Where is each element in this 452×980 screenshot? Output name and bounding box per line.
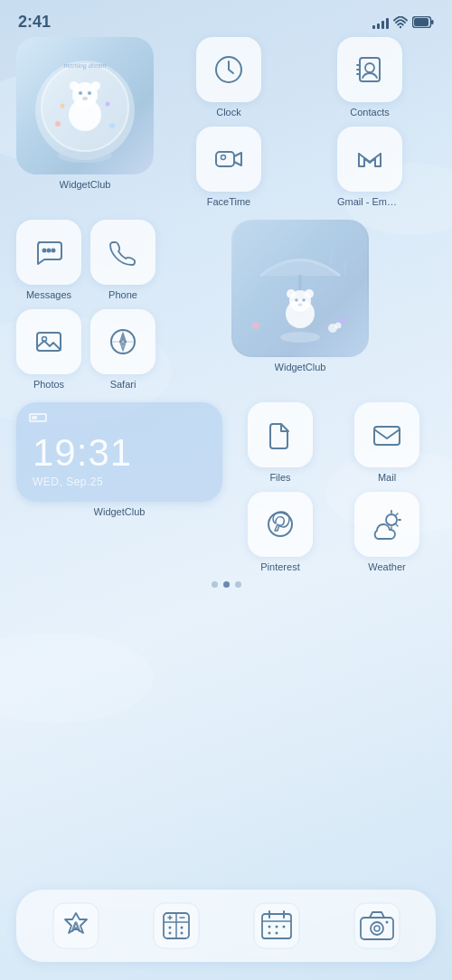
widgetclub-label-1: WidgetClub [60,179,111,190]
clock-widget-box: 19:31 WED, Sep.25 [16,402,222,502]
weather-svg [370,507,404,542]
camera-dock-icon[interactable] [353,902,400,949]
files-svg [263,418,297,452]
svg-point-84 [268,932,270,935]
photos-svg [32,325,66,359]
widgetclub-icon-1[interactable]: morning dream WidgetClub [16,37,154,190]
svg-point-45 [298,303,303,306]
svg-point-21 [365,63,374,72]
calendar-svg [253,902,300,949]
svg-point-73 [168,932,171,935]
svg-rect-55 [374,427,400,445]
photos-label: Photos [33,379,64,390]
svg-point-10 [91,81,100,90]
status-time: 2:41 [18,13,51,32]
widgetclub-art-2 [233,221,367,355]
svg-point-0 [400,25,401,27]
facetime-label: FaceTime [207,196,251,207]
pinterest-label: Pinterest [260,561,299,572]
pinterest-icon[interactable]: Pinterest [231,492,329,572]
svg-line-61 [396,514,398,515]
messages-icon-box [16,220,81,285]
clock-label: Clock [216,107,241,118]
battery-icon [412,16,434,28]
svg-point-11 [79,91,82,95]
clock-svg [212,52,246,87]
widgetclub-label-2: WidgetClub [275,362,326,372]
svg-point-83 [282,926,285,928]
mail-icon[interactable]: Mail [338,402,436,483]
calendar-dock-icon[interactable] [253,902,300,949]
pinterest-svg [263,507,297,542]
row-2: Messages Phone [16,220,436,390]
contacts-icon-box [337,37,402,102]
app-store-dock-icon[interactable]: A [52,902,99,949]
gmail-icon-box [337,127,402,192]
safari-label: Safari [110,379,137,390]
weather-icon[interactable]: Weather [338,492,436,572]
gmail-icon[interactable]: Gmail - Email M [304,127,436,207]
phone-icon-box [90,220,155,285]
contacts-icon[interactable]: Contacts [304,37,436,118]
safari-icon-box [90,309,155,374]
clock-icon-box [196,37,261,102]
calculator-dock-icon[interactable] [153,902,200,949]
page-dot-inactive [212,581,218,588]
facetime-svg [212,142,246,176]
messages-icon[interactable]: Messages [16,220,81,300]
svg-point-27 [43,250,46,252]
icon-grid-row1: Clock Contacts [163,37,436,207]
svg-point-82 [275,926,278,928]
phone-label: Phone [108,289,137,300]
widgetclub-icon-2[interactable]: WidgetClub [165,220,436,372]
svg-point-26 [221,155,226,160]
widgetclub-label-3: WidgetClub [94,506,146,517]
photos-icon[interactable]: Photos [16,309,81,390]
phone-icon[interactable]: Phone [90,220,155,300]
safari-icon[interactable]: Safari [90,309,155,390]
files-icon[interactable]: Files [231,402,329,483]
files-icon-box [248,402,313,467]
page-dot-inactive-2 [235,581,241,588]
svg-point-13 [82,97,88,100]
icon-grid-row3: Files Mail [231,402,436,572]
widget-time-display: 19:31 WED, Sep.25 [33,434,132,488]
svg-text:A: A [71,919,80,934]
svg-text:morning dream: morning dream [63,62,106,70]
svg-point-75 [180,932,183,935]
widgetclub-image-2 [231,220,369,357]
svg-point-51 [252,322,259,329]
svg-point-9 [70,81,79,90]
clock-widget-time: 19:31 [33,434,132,472]
svg-point-85 [275,932,278,935]
files-label: Files [269,472,290,483]
wifi-icon [393,16,408,29]
camera-svg [353,902,400,949]
svg-point-17 [106,102,110,107]
row-3: 19:31 WED, Sep.25 WidgetClub Files [16,402,436,572]
phone-svg [106,235,140,269]
svg-point-42 [305,289,314,298]
status-bar: 2:41 [0,0,452,37]
messages-svg [32,235,66,269]
page-indicator [16,581,436,588]
svg-point-29 [52,250,55,252]
safari-svg [106,325,140,359]
svg-rect-2 [431,20,434,24]
status-icons [372,16,434,29]
facetime-icon[interactable]: FaceTime [163,127,295,207]
svg-point-41 [287,289,296,298]
widgetclub-clock-widget[interactable]: 19:31 WED, Sep.25 WidgetClub [16,402,222,517]
svg-line-62 [396,524,398,526]
page-dot-active [223,581,230,588]
svg-point-14 [55,121,61,127]
calculator-svg [153,902,200,949]
svg-point-43 [295,298,298,302]
svg-rect-30 [37,333,61,351]
svg-point-90 [385,921,388,924]
svg-point-12 [88,91,91,95]
gmail-svg [353,142,387,176]
widgetclub-art-1: morning dream [22,42,148,169]
clock-icon[interactable]: Clock [163,37,295,118]
messages-label: Messages [26,289,71,300]
